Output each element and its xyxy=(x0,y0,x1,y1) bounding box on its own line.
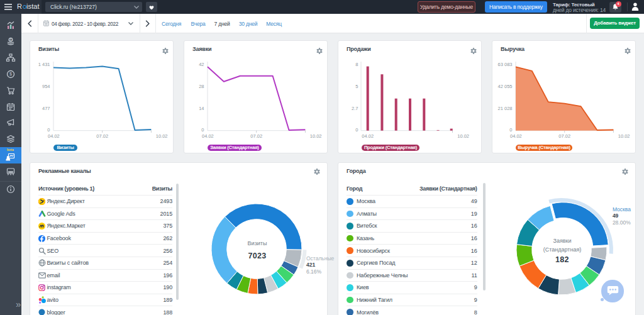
svg-text:477: 477 xyxy=(42,106,50,111)
svg-text:14: 14 xyxy=(199,106,204,111)
svg-text:07.02: 07.02 xyxy=(250,133,262,139)
svg-text:2.7: 2.7 xyxy=(352,106,358,111)
svg-text:10.02: 10.02 xyxy=(156,133,168,139)
svg-text:0: 0 xyxy=(47,127,50,133)
svg-text:04.02: 04.02 xyxy=(362,133,374,139)
svg-text:63 083: 63 083 xyxy=(498,62,513,67)
svg-text:42 055: 42 055 xyxy=(498,84,513,89)
svg-text:28: 28 xyxy=(199,84,204,89)
svg-text:42: 42 xyxy=(199,62,204,67)
svg-text:04.02: 04.02 xyxy=(202,133,214,139)
svg-text:1 431: 1 431 xyxy=(38,62,50,67)
svg-text:$: $ xyxy=(9,72,12,76)
svg-text:07.02: 07.02 xyxy=(558,133,570,139)
svg-text:04.02: 04.02 xyxy=(48,133,60,139)
svg-text:10.02: 10.02 xyxy=(310,133,322,139)
svg-text:954: 954 xyxy=(42,84,50,89)
svg-text:0: 0 xyxy=(201,127,204,133)
svg-text:10.02: 10.02 xyxy=(457,133,469,139)
svg-text:07.02: 07.02 xyxy=(96,133,108,139)
svg-text:0: 0 xyxy=(509,127,512,133)
svg-text:5: 5 xyxy=(355,84,358,89)
svg-text:21 028: 21 028 xyxy=(498,106,513,111)
svg-text:$: $ xyxy=(10,38,12,41)
svg-text:04.02: 04.02 xyxy=(510,133,522,139)
svg-text:10.02: 10.02 xyxy=(618,133,630,139)
svg-text:8: 8 xyxy=(355,62,358,67)
svg-text:0: 0 xyxy=(355,127,358,133)
